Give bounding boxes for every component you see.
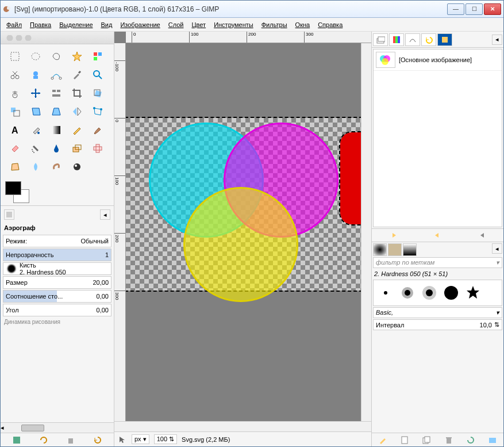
tool-heal[interactable] <box>88 140 107 157</box>
menu-edit[interactable]: Правка <box>26 20 55 30</box>
menu-windows[interactable]: Окна <box>292 20 314 30</box>
fg-color[interactable] <box>5 181 21 195</box>
tool-ink[interactable] <box>47 140 66 157</box>
new-brush-icon[interactable] <box>400 435 409 445</box>
tab-images[interactable] <box>437 33 452 46</box>
menu-filters[interactable]: Фильтры <box>258 20 291 30</box>
tool-rect-select[interactable] <box>5 48 25 65</box>
reset-preset-icon[interactable] <box>93 435 102 445</box>
tool-blend[interactable] <box>47 121 66 139</box>
open-as-image-icon[interactable] <box>488 435 497 445</box>
layer-item[interactable]: [Основное изображение] <box>374 49 502 71</box>
hand-prev-icon[interactable] <box>389 231 398 240</box>
menu-layer[interactable]: Слой <box>165 20 187 30</box>
mode-row[interactable]: Режим: Обычный <box>3 235 111 247</box>
tool-dodge[interactable] <box>67 158 87 175</box>
tool-rotate[interactable] <box>88 85 107 102</box>
tool-blur[interactable] <box>26 158 45 175</box>
tool-move[interactable] <box>26 85 45 102</box>
interval-row[interactable]: Интервал 10,0 ⇅ <box>373 319 502 330</box>
svg-rect-62 <box>489 438 496 443</box>
tab-undo[interactable] <box>421 33 436 46</box>
hand-last-icon[interactable] <box>477 231 486 240</box>
tool-bucket-fill[interactable] <box>26 121 45 139</box>
tool-pencil[interactable] <box>67 121 87 139</box>
menu-help[interactable]: Справка <box>314 20 346 30</box>
layer-thumbnail-icon <box>376 52 395 68</box>
angle-row[interactable]: Угол 0,00 <box>3 304 111 316</box>
tool-shear[interactable] <box>26 103 45 120</box>
tool-airbrush[interactable] <box>26 140 45 157</box>
menu-image[interactable]: Изображение <box>117 20 163 30</box>
tab-paths[interactable] <box>405 33 420 46</box>
menu-file[interactable]: Файл <box>3 20 25 30</box>
menu-colors[interactable]: Цвет <box>188 20 209 30</box>
gradients-tab[interactable] <box>403 243 417 256</box>
right-tabs-menu[interactable]: ◂ <box>492 35 502 45</box>
close-button[interactable]: ✕ <box>484 3 501 15</box>
color-swatch <box>5 181 109 203</box>
delete-brush-icon[interactable] <box>444 435 453 445</box>
tool-foreground-select[interactable] <box>26 66 45 83</box>
tool-perspective[interactable] <box>47 103 66 120</box>
patterns-tab[interactable] <box>388 243 402 256</box>
tool-perspective-clone[interactable] <box>5 158 25 175</box>
tool-smudge[interactable] <box>47 158 66 175</box>
left-panel-scrollbar[interactable]: ◂ <box>1 422 114 433</box>
size-row[interactable]: Размер 20,00 <box>3 276 111 289</box>
restore-preset-icon[interactable] <box>39 435 48 445</box>
aspect-row[interactable]: Соотношение сто... 0,00 <box>3 290 111 303</box>
tool-cage[interactable] <box>88 103 107 120</box>
brush-row[interactable]: Кисть2. Hardness 050 <box>3 262 111 275</box>
tool-fuzzy-select[interactable] <box>67 48 87 65</box>
hand-next-icon[interactable] <box>433 231 442 240</box>
save-preset-icon[interactable] <box>12 435 21 445</box>
tool-clone[interactable] <box>67 140 87 157</box>
edit-brush-icon[interactable] <box>378 435 387 445</box>
svg-point-39 <box>7 265 16 273</box>
minimize-button[interactable]: — <box>447 3 464 15</box>
tool-eraser[interactable] <box>5 140 25 157</box>
tool-flip[interactable] <box>67 103 87 120</box>
delete-preset-icon[interactable] <box>66 435 75 445</box>
unit-select[interactable]: px ▾ <box>132 434 149 444</box>
tool-ellipse-select[interactable] <box>26 48 45 65</box>
menu-view[interactable]: Вид <box>98 20 116 30</box>
zoom-select[interactable]: 100 ⇅ <box>154 434 177 444</box>
tool-scale[interactable] <box>5 103 25 120</box>
tool-crop[interactable] <box>67 85 87 102</box>
brush-item[interactable] <box>376 283 395 303</box>
tool-measure[interactable] <box>5 85 25 102</box>
menu-select[interactable]: Выделение <box>56 20 96 30</box>
brush-tabs-menu[interactable]: ◂ <box>492 243 502 254</box>
brush-item[interactable] <box>398 283 417 303</box>
tool-text[interactable]: A <box>5 121 25 139</box>
canvas[interactable] <box>126 43 361 421</box>
opacity-slider[interactable]: Непрозрачность 1 <box>3 249 111 261</box>
tool-options-menu[interactable]: ◂ <box>100 209 110 220</box>
tool-free-select[interactable] <box>47 48 66 65</box>
brushes-tab[interactable] <box>373 243 387 256</box>
vertical-scrollbar[interactable] <box>361 43 371 421</box>
svg-rect-61 <box>446 437 452 438</box>
tab-channels[interactable] <box>389 33 404 46</box>
maximize-button[interactable]: ☐ <box>465 3 483 15</box>
tool-align[interactable] <box>47 85 66 102</box>
tool-zoom[interactable] <box>88 66 107 83</box>
tab-layers[interactable] <box>373 33 388 46</box>
brush-item[interactable] <box>420 283 439 303</box>
horizontal-scrollbar[interactable] <box>126 422 371 431</box>
tool-color-select[interactable] <box>88 48 107 65</box>
tool-options-tab[interactable] <box>4 209 14 220</box>
brush-item[interactable] <box>441 283 461 303</box>
tool-scissors[interactable] <box>5 66 25 83</box>
brush-filter-input[interactable]: фильтр по меткам▾ <box>373 257 502 268</box>
tool-color-picker[interactable] <box>67 66 87 83</box>
refresh-brush-icon[interactable] <box>466 435 475 445</box>
brush-set-name[interactable]: Basic,▾ <box>373 307 502 318</box>
tool-paths[interactable] <box>47 66 66 83</box>
duplicate-brush-icon[interactable] <box>422 435 431 445</box>
tool-paintbrush[interactable] <box>88 121 107 139</box>
menu-tools[interactable]: Инструменты <box>210 20 257 30</box>
brush-item[interactable] <box>463 283 483 303</box>
